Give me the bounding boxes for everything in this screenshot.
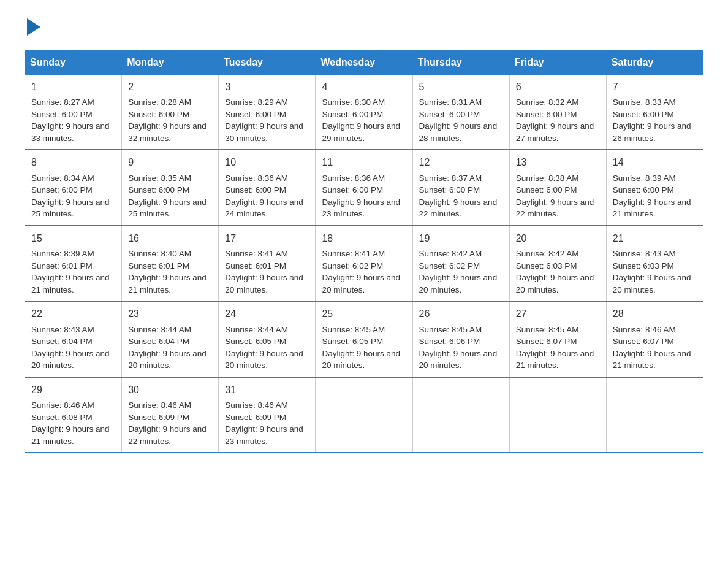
calendar-cell: 10Sunrise: 8:36 AMSunset: 6:00 PMDayligh… <box>219 150 316 225</box>
sunset-text: Sunset: 6:00 PM <box>128 110 189 119</box>
logo-triangle-icon <box>27 18 40 38</box>
sunset-text: Sunset: 6:00 PM <box>419 185 480 194</box>
sunset-text: Sunset: 6:00 PM <box>322 185 383 194</box>
calendar-week-row: 29Sunrise: 8:46 AMSunset: 6:08 PMDayligh… <box>25 377 703 453</box>
day-number: 8 <box>31 155 115 169</box>
daylight-text: Daylight: 9 hours and 21 minutes. <box>613 197 691 219</box>
sunrise-text: Sunrise: 8:43 AM <box>31 325 94 334</box>
sunset-text: Sunset: 6:00 PM <box>31 185 93 194</box>
daylight-text: Daylight: 9 hours and 25 minutes. <box>128 197 207 219</box>
sunrise-text: Sunrise: 8:37 AM <box>419 174 482 183</box>
day-number: 29 <box>31 383 115 397</box>
daylight-text: Daylight: 9 hours and 20 minutes. <box>322 273 400 294</box>
day-number: 1 <box>31 80 115 94</box>
calendar-table: SundayMondayTuesdayWednesdayThursdayFrid… <box>25 50 703 453</box>
calendar-cell: 2Sunrise: 8:28 AMSunset: 6:00 PMDaylight… <box>122 75 219 150</box>
calendar-cell: 15Sunrise: 8:39 AMSunset: 6:01 PMDayligh… <box>25 226 122 301</box>
calendar-cell <box>606 377 703 453</box>
day-number: 3 <box>225 80 309 94</box>
calendar-cell: 4Sunrise: 8:30 AMSunset: 6:00 PMDaylight… <box>316 75 412 150</box>
sunrise-text: Sunrise: 8:42 AM <box>516 249 579 258</box>
calendar-cell: 6Sunrise: 8:32 AMSunset: 6:00 PMDaylight… <box>509 75 606 150</box>
calendar-header: SundayMondayTuesdayWednesdayThursdayFrid… <box>25 51 703 75</box>
sunrise-text: Sunrise: 8:42 AM <box>419 249 482 258</box>
sunset-text: Sunset: 6:00 PM <box>128 185 189 194</box>
day-number: 25 <box>322 307 406 321</box>
calendar-week-row: 15Sunrise: 8:39 AMSunset: 6:01 PMDayligh… <box>25 226 703 301</box>
sunset-text: Sunset: 6:07 PM <box>516 337 577 346</box>
sunset-text: Sunset: 6:09 PM <box>128 413 189 422</box>
sunset-text: Sunset: 6:01 PM <box>128 261 189 270</box>
sunset-text: Sunset: 6:05 PM <box>322 337 383 346</box>
calendar-cell: 17Sunrise: 8:41 AMSunset: 6:01 PMDayligh… <box>219 226 316 301</box>
weekday-header-row: SundayMondayTuesdayWednesdayThursdayFrid… <box>25 51 703 75</box>
svg-marker-0 <box>27 18 40 36</box>
daylight-text: Daylight: 9 hours and 20 minutes. <box>516 273 594 294</box>
daylight-text: Daylight: 9 hours and 29 minutes. <box>322 121 400 143</box>
calendar-cell: 9Sunrise: 8:35 AMSunset: 6:00 PMDaylight… <box>122 150 219 225</box>
daylight-text: Daylight: 9 hours and 33 minutes. <box>31 121 110 143</box>
sunset-text: Sunset: 6:00 PM <box>516 185 577 194</box>
calendar-cell: 22Sunrise: 8:43 AMSunset: 6:04 PMDayligh… <box>25 301 122 377</box>
daylight-text: Daylight: 9 hours and 20 minutes. <box>419 273 498 294</box>
sunrise-text: Sunrise: 8:46 AM <box>613 325 676 334</box>
daylight-text: Daylight: 9 hours and 21 minutes. <box>613 349 691 370</box>
daylight-text: Daylight: 9 hours and 23 minutes. <box>225 424 303 446</box>
sunset-text: Sunset: 6:01 PM <box>31 261 93 270</box>
calendar-cell <box>509 377 606 453</box>
day-number: 7 <box>613 80 697 94</box>
calendar-cell: 24Sunrise: 8:44 AMSunset: 6:05 PMDayligh… <box>219 301 316 377</box>
daylight-text: Daylight: 9 hours and 27 minutes. <box>516 121 594 143</box>
day-number: 17 <box>225 231 309 245</box>
calendar-cell: 3Sunrise: 8:29 AMSunset: 6:00 PMDaylight… <box>219 75 316 150</box>
sunset-text: Sunset: 6:00 PM <box>31 110 93 119</box>
day-number: 9 <box>128 155 212 169</box>
daylight-text: Daylight: 9 hours and 22 minutes. <box>516 197 594 219</box>
daylight-text: Daylight: 9 hours and 20 minutes. <box>225 273 303 294</box>
daylight-text: Daylight: 9 hours and 24 minutes. <box>225 197 303 219</box>
calendar-cell: 26Sunrise: 8:45 AMSunset: 6:06 PMDayligh… <box>412 301 509 377</box>
daylight-text: Daylight: 9 hours and 21 minutes. <box>31 424 110 446</box>
day-number: 23 <box>128 307 212 321</box>
day-number: 27 <box>516 307 600 321</box>
sunset-text: Sunset: 6:00 PM <box>613 185 674 194</box>
sunset-text: Sunset: 6:04 PM <box>128 337 189 346</box>
sunset-text: Sunset: 6:05 PM <box>225 337 286 346</box>
day-number: 12 <box>419 155 503 169</box>
calendar-cell: 14Sunrise: 8:39 AMSunset: 6:00 PMDayligh… <box>606 150 703 225</box>
daylight-text: Daylight: 9 hours and 20 minutes. <box>225 349 303 370</box>
daylight-text: Daylight: 9 hours and 22 minutes. <box>419 197 498 219</box>
sunrise-text: Sunrise: 8:44 AM <box>225 325 288 334</box>
daylight-text: Daylight: 9 hours and 30 minutes. <box>225 121 303 143</box>
sunrise-text: Sunrise: 8:28 AM <box>128 98 191 107</box>
sunrise-text: Sunrise: 8:40 AM <box>128 249 191 258</box>
sunrise-text: Sunrise: 8:46 AM <box>225 400 288 410</box>
calendar-body: 1Sunrise: 8:27 AMSunset: 6:00 PMDaylight… <box>25 75 703 453</box>
day-number: 24 <box>225 307 309 321</box>
page-header <box>25 18 703 38</box>
day-number: 20 <box>516 231 600 245</box>
weekday-header-friday: Friday <box>509 51 606 75</box>
sunrise-text: Sunrise: 8:34 AM <box>31 174 94 183</box>
sunset-text: Sunset: 6:07 PM <box>613 337 674 346</box>
weekday-header-monday: Monday <box>122 51 219 75</box>
day-number: 26 <box>419 307 503 321</box>
sunset-text: Sunset: 6:00 PM <box>322 110 383 119</box>
sunrise-text: Sunrise: 8:36 AM <box>322 174 385 183</box>
daylight-text: Daylight: 9 hours and 26 minutes. <box>613 121 691 143</box>
daylight-text: Daylight: 9 hours and 28 minutes. <box>419 121 498 143</box>
calendar-week-row: 8Sunrise: 8:34 AMSunset: 6:00 PMDaylight… <box>25 150 703 225</box>
sunset-text: Sunset: 6:04 PM <box>31 337 93 346</box>
daylight-text: Daylight: 9 hours and 21 minutes. <box>516 349 594 370</box>
sunset-text: Sunset: 6:08 PM <box>31 413 93 422</box>
day-number: 10 <box>225 155 309 169</box>
day-number: 13 <box>516 155 600 169</box>
logo <box>25 18 40 38</box>
daylight-text: Daylight: 9 hours and 21 minutes. <box>128 273 207 294</box>
day-number: 28 <box>613 307 697 321</box>
day-number: 4 <box>322 80 406 94</box>
sunset-text: Sunset: 6:00 PM <box>225 110 286 119</box>
day-number: 22 <box>31 307 115 321</box>
sunrise-text: Sunrise: 8:31 AM <box>419 98 482 107</box>
calendar-cell: 1Sunrise: 8:27 AMSunset: 6:00 PMDaylight… <box>25 75 122 150</box>
